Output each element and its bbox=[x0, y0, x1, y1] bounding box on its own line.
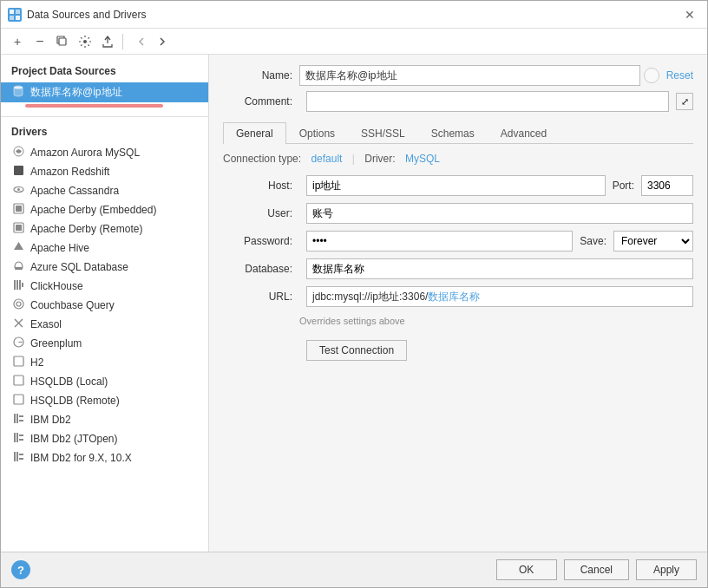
apache-derby-embedded-icon bbox=[11, 203, 25, 217]
sidebar: Project Data Sources 数据库名称@ip地址 Drivers bbox=[1, 55, 209, 552]
settings-button[interactable] bbox=[75, 32, 95, 51]
tabs: General Options SSH/SSL Schemas Advanced bbox=[223, 122, 693, 144]
svg-rect-2 bbox=[10, 16, 14, 20]
apply-button[interactable]: Apply bbox=[636, 559, 697, 580]
name-input[interactable] bbox=[299, 65, 640, 86]
port-label: Port: bbox=[613, 180, 634, 192]
duplicate-button[interactable] bbox=[53, 32, 72, 51]
sidebar-item-ibm-db2[interactable]: IBM Db2 bbox=[1, 410, 208, 429]
svg-rect-31 bbox=[19, 415, 23, 417]
svg-rect-14 bbox=[16, 225, 22, 231]
url-display[interactable]: jdbc:mysql://ip地址:3306/数据库名称 bbox=[306, 286, 693, 307]
svg-rect-36 bbox=[19, 439, 23, 441]
user-input[interactable] bbox=[306, 203, 693, 224]
sidebar-item-hsqldb-remote[interactable]: HSQLDB (Remote) bbox=[1, 391, 208, 410]
driver-label-apache-hive: Apache Hive bbox=[30, 242, 89, 254]
host-input[interactable] bbox=[306, 175, 606, 196]
driver-label-clickhouse: ClickHouse bbox=[30, 280, 83, 292]
amazon-aurora-icon bbox=[11, 146, 25, 160]
forward-button[interactable] bbox=[153, 32, 172, 51]
password-input[interactable] bbox=[306, 231, 573, 252]
sidebar-item-exasol[interactable]: Exasol bbox=[1, 315, 208, 334]
sidebar-item-greenplum[interactable]: Greenplum bbox=[1, 334, 208, 353]
svg-rect-16 bbox=[15, 267, 23, 270]
sidebar-item-ibm-db2-9-10[interactable]: IBM Db2 for 9.X, 10.X bbox=[1, 448, 208, 467]
sidebar-item-h2[interactable]: H2 bbox=[1, 353, 208, 372]
port-input[interactable] bbox=[641, 175, 693, 196]
name-circle-btn[interactable] bbox=[644, 68, 659, 83]
apache-cassandra-icon bbox=[11, 184, 25, 198]
sidebar-item-apache-derby-remote[interactable]: Apache Derby (Remote) bbox=[1, 219, 208, 238]
driver-label-hsqldb-local: HSQLDB (Local) bbox=[30, 376, 108, 388]
svg-point-22 bbox=[16, 302, 21, 306]
hsqldb-remote-icon bbox=[11, 394, 25, 408]
connection-type-row: Connection type: default | Driver: MySQL bbox=[223, 153, 693, 165]
sidebar-item-azure-sql[interactable]: Azure SQL Database bbox=[1, 258, 208, 277]
tab-schemas[interactable]: Schemas bbox=[418, 122, 488, 144]
toolbar-separator bbox=[122, 34, 123, 49]
tab-general[interactable]: General bbox=[223, 122, 286, 144]
sidebar-item-apache-cassandra[interactable]: Apache Cassandra bbox=[1, 181, 208, 200]
sidebar-item-apache-hive[interactable]: Apache Hive bbox=[1, 238, 208, 258]
tab-advanced[interactable]: Advanced bbox=[488, 122, 560, 144]
footer: ? OK Cancel Apply bbox=[1, 552, 707, 587]
comment-label: Comment: bbox=[223, 95, 292, 108]
driver-value[interactable]: MySQL bbox=[405, 153, 440, 165]
sidebar-item-db-main[interactable]: 数据库名称@ip地址 bbox=[1, 82, 208, 102]
tab-options[interactable]: Options bbox=[286, 122, 348, 144]
main-panel: Name: Reset Comment: ⤢ General Options S… bbox=[209, 55, 707, 552]
driver-label-amazon-aurora: Amazon Aurora MySQL bbox=[30, 147, 140, 159]
url-label: URL: bbox=[223, 291, 292, 303]
url-highlight-text: 数据库名称 bbox=[428, 290, 480, 304]
footer-left: ? bbox=[11, 560, 30, 579]
svg-rect-40 bbox=[19, 458, 23, 460]
driver-label-apache-derby-remote: Apache Derby (Remote) bbox=[30, 223, 142, 235]
connection-type-value[interactable]: default bbox=[311, 153, 342, 165]
svg-rect-0 bbox=[10, 10, 14, 14]
svg-point-6 bbox=[14, 87, 23, 89]
driver-label: Driver: bbox=[364, 153, 395, 165]
host-label: Host: bbox=[223, 180, 292, 192]
sidebar-item-apache-derby-embedded[interactable]: Apache Derby (Embedded) bbox=[1, 200, 208, 219]
export-button[interactable] bbox=[98, 32, 117, 51]
close-button[interactable]: ✕ bbox=[679, 6, 700, 23]
comment-input[interactable] bbox=[306, 91, 669, 112]
sidebar-item-clickhouse[interactable]: ClickHouse bbox=[1, 277, 208, 296]
svg-rect-3 bbox=[16, 16, 20, 20]
reset-link[interactable]: Reset bbox=[666, 69, 693, 82]
driver-label-hsqldb-remote: HSQLDB (Remote) bbox=[30, 395, 120, 407]
ibm-db2-icon bbox=[11, 413, 25, 427]
cancel-button[interactable]: Cancel bbox=[564, 559, 629, 580]
apache-hive-icon bbox=[11, 241, 25, 255]
clickhouse-icon bbox=[11, 279, 25, 293]
ok-button[interactable]: OK bbox=[496, 559, 557, 580]
save-select[interactable]: Forever Until restart Never bbox=[613, 231, 693, 252]
test-connection-button[interactable]: Test Connection bbox=[306, 340, 407, 361]
comment-expand-btn[interactable]: ⤢ bbox=[676, 93, 693, 110]
connection-type-label: Connection type: bbox=[223, 153, 301, 165]
footer-right: OK Cancel Apply bbox=[496, 559, 697, 580]
sidebar-item-label-main: 数据库名称@ip地址 bbox=[30, 85, 122, 100]
remove-button[interactable]: − bbox=[30, 32, 49, 51]
title-bar-left: Data Sources and Drivers bbox=[8, 8, 146, 22]
svg-rect-38 bbox=[16, 452, 18, 461]
sidebar-item-hsqldb-local[interactable]: HSQLDB (Local) bbox=[1, 372, 208, 391]
driver-label-ibm-db2-9-10: IBM Db2 for 9.X, 10.X bbox=[30, 452, 132, 464]
db-icon bbox=[11, 85, 25, 100]
tab-ssh-ssl[interactable]: SSH/SSL bbox=[348, 122, 418, 144]
back-button[interactable] bbox=[132, 32, 151, 51]
help-button[interactable]: ? bbox=[11, 560, 30, 579]
azure-sql-icon bbox=[11, 260, 25, 274]
content: Project Data Sources 数据库名称@ip地址 Drivers bbox=[1, 55, 707, 552]
sidebar-item-couchbase[interactable]: Couchbase Query bbox=[1, 296, 208, 315]
svg-point-10 bbox=[17, 188, 20, 191]
amazon-redshift-icon bbox=[11, 165, 25, 179]
h2-icon bbox=[11, 356, 25, 369]
sidebar-item-amazon-redshift[interactable]: Amazon Redshift bbox=[1, 162, 208, 181]
add-button[interactable]: + bbox=[8, 32, 27, 51]
sidebar-item-ibm-db2-jtopen[interactable]: IBM Db2 (JTOpen) bbox=[1, 429, 208, 448]
sidebar-item-amazon-aurora[interactable]: Amazon Aurora MySQL bbox=[1, 143, 208, 162]
password-label: Password: bbox=[223, 235, 292, 247]
svg-point-5 bbox=[83, 40, 87, 43]
database-input[interactable] bbox=[306, 258, 693, 279]
